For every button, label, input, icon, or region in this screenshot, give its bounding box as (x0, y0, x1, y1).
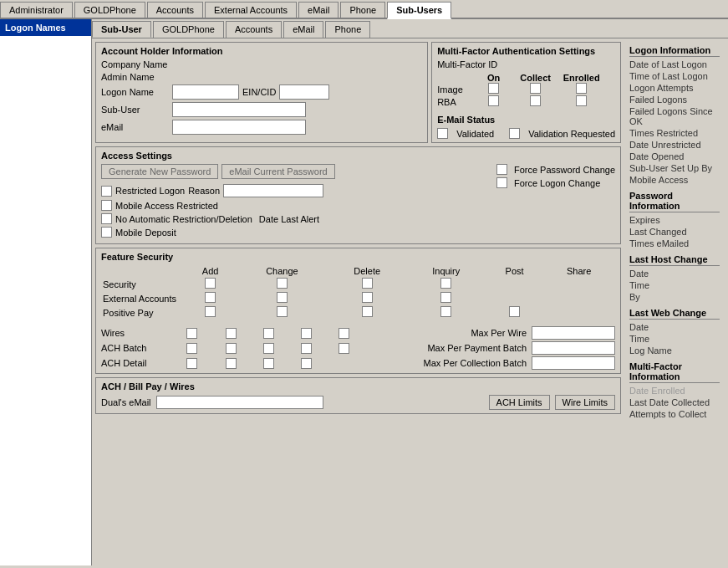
ach-limits-button[interactable]: ACH Limits (489, 395, 550, 410)
pp-delete-checkbox[interactable] (362, 306, 373, 317)
sub-tab-email[interactable]: eMail (283, 21, 323, 38)
ext-change-checkbox[interactable] (277, 292, 288, 303)
tab-administrator[interactable]: Administrator (0, 2, 73, 18)
validation-requested-label: Validation Requested (528, 129, 615, 139)
validation-requested-checkbox[interactable] (509, 128, 520, 139)
pw-expires: Expires (629, 214, 720, 226)
ach-detail-change-checkbox[interactable] (226, 358, 237, 369)
mobile-access-checkbox[interactable] (101, 200, 112, 211)
ach-detail-add-checkbox[interactable] (186, 358, 197, 369)
mfa-image-on-checkbox[interactable] (488, 83, 499, 94)
sub-tab-accounts[interactable]: Accounts (226, 21, 282, 38)
ach-batch-change-checkbox[interactable] (226, 343, 237, 354)
mfa-image-collect-cell (512, 83, 558, 95)
tab-accounts[interactable]: Accounts (147, 2, 203, 18)
ext-delete-checkbox[interactable] (362, 292, 373, 303)
logon-name-input[interactable] (172, 84, 239, 100)
tab-email[interactable]: eMail (298, 2, 339, 18)
wires-add-checkbox[interactable] (186, 328, 197, 339)
web-log-name: Log Name (629, 345, 720, 356)
mobile-deposit-checkbox[interactable] (101, 227, 112, 238)
logon-name-row: Logon Name EIN/CID (101, 84, 422, 100)
feature-col-share: Share (542, 265, 615, 277)
pp-post-checkbox[interactable] (509, 306, 520, 317)
access-settings-title: Access Settings (101, 151, 615, 161)
security-share-cell (542, 277, 615, 291)
tab-external-accounts[interactable]: External Accounts (205, 2, 297, 18)
security-inquiry-cell (406, 277, 486, 291)
restricted-logon-checkbox[interactable] (101, 186, 112, 197)
no-auto-restriction-row: No Automatic Restriction/Deletion Date L… (101, 213, 335, 224)
force-logon-checkbox[interactable] (496, 177, 507, 188)
feature-col-name (101, 265, 185, 277)
tab-phone[interactable]: Phone (340, 2, 385, 18)
force-password-checkbox[interactable] (496, 164, 507, 175)
validated-label: Validated (456, 129, 494, 139)
ach-batch-inquiry-checkbox[interactable] (301, 343, 312, 354)
company-name-row: Company Name (101, 59, 422, 69)
security-inquiry-checkbox[interactable] (440, 278, 451, 289)
validated-checkbox[interactable] (437, 128, 448, 139)
ext-post-cell (486, 291, 543, 305)
logon-failed: Failed Logons (629, 94, 720, 105)
wires-inquiry-checkbox[interactable] (301, 328, 312, 339)
sub-user-row: Sub-User (101, 102, 422, 117)
tab-sub-users[interactable]: Sub-Users (387, 2, 451, 19)
ein-cid-input[interactable] (279, 84, 329, 100)
logon-attempts: Logon Attempts (629, 82, 720, 94)
security-add-checkbox[interactable] (205, 278, 216, 289)
pw-last-changed: Last Changed (629, 226, 720, 238)
pp-inquiry-cell (406, 305, 486, 320)
pp-change-checkbox[interactable] (277, 306, 288, 317)
wires-delete-checkbox[interactable] (263, 328, 274, 339)
pp-add-checkbox[interactable] (205, 306, 216, 317)
force-password-label: Force Password Change (514, 165, 615, 175)
ach-batch-delete-checkbox[interactable] (263, 343, 274, 354)
mfa-image-collect-checkbox[interactable] (530, 83, 541, 94)
ach-detail-inquiry-checkbox[interactable] (301, 358, 312, 369)
wire-limits-button[interactable]: Wire Limits (555, 395, 615, 410)
force-logon-row: Force Logon Change (496, 177, 615, 188)
wires-change-checkbox[interactable] (226, 328, 237, 339)
tab-goldphone[interactable]: GOLDPhone (74, 2, 145, 18)
wires-post-checkbox[interactable] (339, 328, 349, 339)
feature-col-add: Add (185, 265, 236, 277)
web-time: Time (629, 333, 720, 345)
email-input[interactable] (172, 120, 306, 135)
ext-add-checkbox[interactable] (205, 292, 216, 303)
admin-name-row: Admin Name (101, 72, 422, 82)
mfa-th-on: On (475, 73, 512, 83)
ach-batch-add-checkbox[interactable] (186, 343, 197, 354)
sub-tab-subuser[interactable]: Sub-User (92, 21, 151, 38)
sub-tab-goldphone[interactable]: GOLDPhone (153, 21, 224, 38)
no-auto-restriction-checkbox[interactable] (101, 213, 112, 224)
max-per-collection-input[interactable] (532, 356, 615, 370)
logon-names-list[interactable] (0, 36, 91, 565)
mfa-image-enrolled-checkbox[interactable] (576, 83, 587, 94)
mfa-rba-collect-checkbox[interactable] (530, 95, 541, 106)
mfa-rba-on-checkbox[interactable] (488, 95, 499, 106)
sub-tab-phone[interactable]: Phone (325, 21, 370, 38)
generate-password-button[interactable]: Generate New Password (101, 164, 218, 179)
max-per-wire-input[interactable] (532, 326, 615, 340)
mfa-rba-enrolled-checkbox[interactable] (576, 95, 587, 106)
logon-name-label: Logon Name (101, 87, 172, 97)
security-delete-checkbox[interactable] (362, 278, 373, 289)
ach-detail-delete-checkbox[interactable] (263, 358, 274, 369)
ext-inquiry-checkbox[interactable] (440, 292, 451, 303)
right-sidebar: Logon Information Date of Last Logon Tim… (624, 42, 725, 562)
mfa-row-image: Image (437, 83, 604, 95)
ach-batch-post-checkbox[interactable] (339, 343, 349, 354)
max-per-payment-input[interactable] (532, 341, 615, 355)
feature-security-section: Feature Security Add Change Delete Inqui… (95, 248, 621, 374)
reason-input[interactable] (223, 184, 323, 197)
pp-inquiry-checkbox[interactable] (440, 306, 451, 317)
account-holder-section: Account Holder Information Company Name … (95, 42, 428, 143)
ext-add-cell (185, 291, 236, 305)
dual-email-input[interactable] (156, 396, 323, 409)
multifactor-info-section: Multi-Factor Information Date Enrolled L… (629, 361, 720, 420)
security-change-checkbox[interactable] (277, 278, 288, 289)
logon-setup-by: Sub-User Set Up By (629, 162, 720, 174)
sub-user-input[interactable] (172, 102, 306, 117)
email-current-password-button[interactable]: eMail Current Password (221, 164, 334, 179)
